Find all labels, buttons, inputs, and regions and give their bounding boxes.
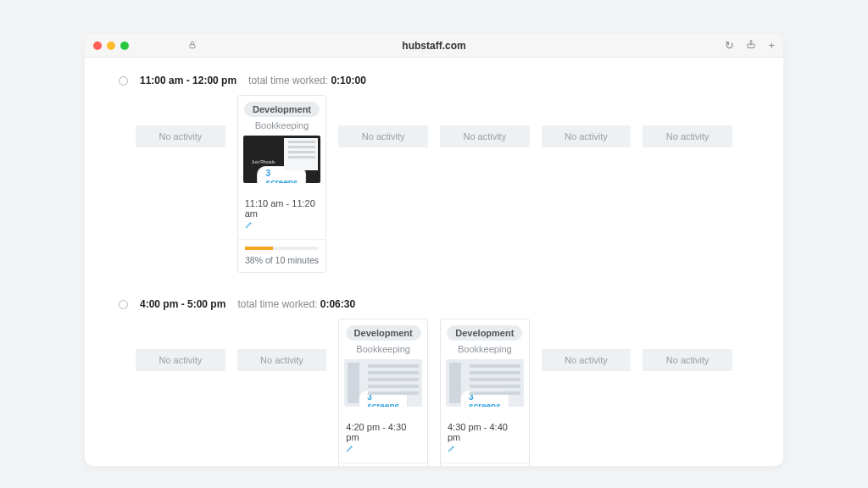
screenshot-thumbnail[interactable]: Just Rhoads 3 screens (243, 136, 321, 183)
time-range: 11:00 am - 12:00 pm (140, 75, 236, 86)
slot-time-range: 11:10 am - 11:20 am (245, 198, 315, 219)
block-select-radio[interactable] (119, 76, 128, 86)
no-activity-slot: No activity (136, 125, 225, 147)
browser-titlebar: hubstaff.com ↻ + (85, 34, 783, 58)
screens-badge[interactable]: 3 screens (359, 390, 408, 407)
total-worked: total time worked: 0:10:00 (248, 75, 366, 86)
lock-icon (188, 41, 197, 51)
time-block: 11:00 am - 12:00 pm total time worked: 0… (136, 75, 732, 273)
maximize-icon[interactable] (120, 42, 129, 50)
slot-time-range: 4:30 pm - 4:40 pm (448, 422, 508, 442)
close-icon[interactable] (93, 42, 102, 50)
block-select-radio[interactable] (119, 300, 128, 309)
activity-percent: 38% of 10 minutes (238, 252, 326, 272)
no-activity-slot: No activity (440, 125, 530, 147)
task-name: Bookkeeping (339, 344, 427, 354)
new-tab-icon[interactable]: + (768, 39, 775, 52)
edit-icon[interactable] (448, 444, 456, 454)
no-activity-slot: No activity (136, 349, 225, 371)
task-name: Bookkeeping (238, 120, 326, 130)
no-activity-slot: No activity (338, 125, 428, 147)
screenshot-thumbnail[interactable]: 3 screens (344, 359, 422, 407)
total-worked-label: total time worked: (237, 298, 320, 310)
time-range: 4:00 pm - 5:00 pm (140, 298, 225, 310)
screens-badge[interactable]: 3 screens (258, 166, 307, 183)
minimize-icon[interactable] (107, 42, 115, 50)
no-activity-slot: No activity (643, 349, 732, 371)
task-name: Bookkeeping (441, 344, 529, 354)
browser-window: hubstaff.com ↻ + 11:00 am - 12:00 pm tot… (85, 34, 783, 466)
total-worked-label: total time worked: (248, 75, 331, 86)
slot-time-range: 4:20 pm - 4:30 pm (346, 422, 406, 442)
project-pill: Development (346, 325, 421, 341)
activity-card[interactable]: Development Bookkeeping Just Rhoads 3 sc… (237, 95, 327, 273)
svg-rect-0 (190, 44, 195, 47)
activity-card[interactable]: Development Bookkeeping 3 screens 4:30 p… (440, 319, 530, 466)
screens-badge[interactable]: 3 screens (460, 390, 509, 407)
traffic-lights (93, 42, 129, 50)
project-pill: Development (447, 325, 522, 341)
activity-bar (245, 247, 320, 250)
activity-card[interactable]: Development Bookkeeping 3 screens 4:20 p… (338, 319, 428, 466)
page-content: 11:00 am - 12:00 pm total time worked: 0… (85, 58, 783, 466)
share-icon[interactable] (746, 39, 756, 52)
refresh-icon[interactable]: ↻ (725, 39, 734, 52)
screenshot-thumbnail[interactable]: 3 screens (446, 359, 524, 407)
no-activity-slot: No activity (542, 125, 632, 147)
total-worked: total time worked: 0:06:30 (237, 298, 355, 310)
edit-icon[interactable] (245, 220, 253, 230)
project-pill: Development (244, 102, 320, 117)
time-block: 4:00 pm - 5:00 pm total time worked: 0:0… (136, 298, 732, 466)
total-worked-value: 0:06:30 (320, 298, 355, 310)
total-worked-value: 0:10:00 (331, 75, 365, 86)
edit-icon[interactable] (346, 444, 354, 454)
no-activity-slot: No activity (237, 349, 327, 371)
no-activity-slot: No activity (542, 349, 632, 371)
no-activity-slot: No activity (643, 125, 732, 147)
